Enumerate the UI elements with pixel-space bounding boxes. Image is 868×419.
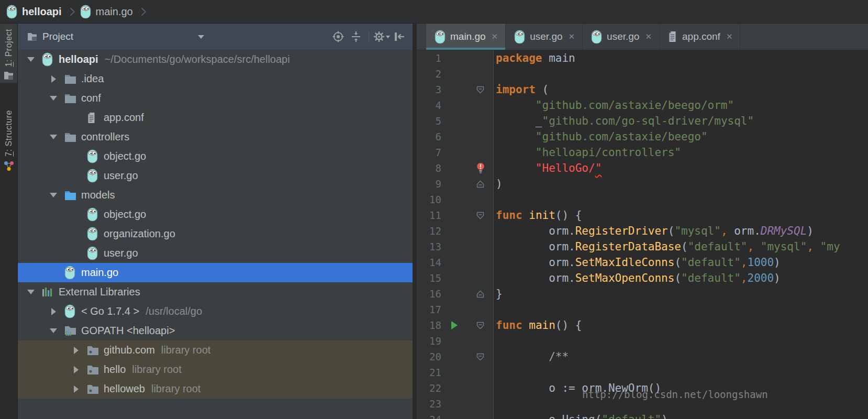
tree-row[interactable]: .idea bbox=[18, 69, 413, 89]
tree-row[interactable]: object.go bbox=[18, 147, 413, 166]
breadcrumb-item-main.go[interactable]: main.go bbox=[80, 5, 133, 19]
code-editor[interactable]: 1package main23import (4 "github.com/ast… bbox=[417, 50, 868, 419]
hide-panel-button[interactable] bbox=[392, 30, 407, 43]
gutter: 24 bbox=[417, 412, 494, 419]
gutter-slot bbox=[441, 302, 468, 317]
lib-folder-icon bbox=[87, 345, 99, 355]
fold-marker[interactable] bbox=[468, 349, 493, 365]
chevron-down-icon[interactable] bbox=[198, 35, 204, 39]
code-line: 24 o.Using("default") bbox=[417, 412, 868, 419]
gopher-icon bbox=[64, 266, 75, 280]
tree-row[interactable]: External Libraries bbox=[18, 282, 413, 302]
folder-blue-icon bbox=[64, 190, 76, 200]
line-number: 19 bbox=[417, 333, 441, 349]
tree-row[interactable]: helloweblibrary root bbox=[18, 379, 413, 399]
collapse-all-button[interactable] bbox=[349, 30, 363, 43]
gutter-slot bbox=[441, 349, 468, 365]
tool-window-button-structure[interactable]: 7: Structure bbox=[0, 105, 17, 175]
tree-row[interactable]: helloapi~/Documents/go/workspace/src/hel… bbox=[18, 50, 413, 69]
tree-row[interactable]: < Go 1.7.4 >/usr/local/go bbox=[18, 302, 413, 321]
close-icon[interactable]: ✕ bbox=[645, 32, 652, 41]
code-line: 15 orm.SetMaxOpenConns("default",2000) bbox=[417, 270, 868, 286]
gutter: 7 bbox=[417, 145, 494, 160]
fold-marker[interactable] bbox=[468, 286, 493, 302]
folder-icon bbox=[64, 132, 76, 142]
tree-item-label: conf bbox=[81, 92, 101, 104]
tool-window-button-project[interactable]: 1: Project bbox=[0, 24, 17, 83]
locate-button[interactable] bbox=[331, 30, 346, 43]
collapse-arrow-icon[interactable] bbox=[42, 96, 64, 101]
fold-marker[interactable] bbox=[468, 82, 493, 97]
line-number: 11 bbox=[417, 207, 441, 223]
tree-item-label: github.com bbox=[104, 344, 155, 356]
tab-label: user.go bbox=[607, 31, 639, 42]
tree-row[interactable]: models bbox=[18, 185, 413, 205]
editor-tab-user.go[interactable]: user.go✕ bbox=[583, 24, 660, 50]
tree-row[interactable]: hellolibrary root bbox=[18, 360, 413, 379]
tree-item-label: < Go 1.7.4 > bbox=[81, 305, 139, 317]
fold-marker[interactable] bbox=[468, 176, 493, 192]
code-line: 6 "github.com/astaxie/beego" bbox=[417, 129, 868, 145]
expand-arrow-icon[interactable] bbox=[65, 347, 87, 354]
breadcrumb-item-helloapi[interactable]: helloapi bbox=[6, 5, 62, 19]
breadcrumb-label: main.go bbox=[96, 6, 133, 18]
tree-row[interactable]: object.go bbox=[18, 205, 413, 224]
tree-row[interactable]: github.comlibrary root bbox=[18, 340, 413, 360]
go-file-icon bbox=[435, 30, 446, 44]
code-text: import ( bbox=[494, 82, 868, 97]
collapse-arrow-icon[interactable] bbox=[42, 328, 64, 333]
fold-slot bbox=[468, 113, 493, 129]
tree-item-suffix: /usr/local/go bbox=[146, 305, 202, 317]
gutter-slot bbox=[441, 365, 468, 380]
tree-item-label: External Libraries bbox=[59, 286, 140, 298]
fold-marker[interactable] bbox=[468, 317, 493, 333]
tree-item-label: helloweb bbox=[104, 383, 145, 395]
close-icon[interactable]: ✕ bbox=[492, 32, 498, 41]
settings-button[interactable] bbox=[374, 30, 389, 43]
code-text: "HelloGo/" bbox=[494, 160, 868, 176]
tree-row[interactable]: main.go bbox=[18, 263, 413, 282]
close-icon[interactable]: ✕ bbox=[726, 32, 733, 41]
fold-slot bbox=[468, 192, 493, 207]
gutter: 20 bbox=[417, 349, 494, 365]
go-file-icon bbox=[591, 30, 602, 44]
tree-row[interactable]: user.go bbox=[18, 244, 413, 263]
line-number: 10 bbox=[417, 192, 441, 207]
tree-row[interactable]: app.conf bbox=[18, 108, 413, 127]
fold-marker[interactable] bbox=[468, 207, 493, 223]
expand-arrow-icon[interactable] bbox=[42, 75, 64, 83]
tree-row[interactable]: conf bbox=[18, 89, 413, 108]
collapse-arrow-icon[interactable] bbox=[20, 290, 42, 294]
tree-row[interactable]: organization.go bbox=[18, 224, 413, 244]
intention-bulb[interactable] bbox=[468, 160, 493, 176]
tree-item-suffix: library root bbox=[151, 383, 201, 395]
close-icon[interactable]: ✕ bbox=[569, 32, 575, 41]
tree-item-label: hello bbox=[104, 363, 126, 376]
fold-slot bbox=[468, 255, 493, 270]
editor-tab-main.go[interactable]: main.go✕ bbox=[426, 24, 506, 50]
gutter: 5 bbox=[417, 113, 494, 129]
gutter-slot bbox=[441, 207, 468, 223]
editor-tab-user.go[interactable]: user.go✕ bbox=[506, 24, 583, 50]
gutter-slot bbox=[441, 66, 468, 82]
editor-tab-app.conf[interactable]: app.conf✕ bbox=[660, 24, 740, 50]
run-button[interactable] bbox=[441, 317, 468, 333]
tree-row[interactable]: GOPATH <helloapi> bbox=[18, 321, 413, 340]
lib-folder-icon bbox=[87, 365, 99, 374]
tree-row[interactable]: controllers bbox=[18, 127, 413, 147]
tab-label: user.go bbox=[530, 31, 562, 42]
fold-slot bbox=[468, 145, 493, 160]
tree-row[interactable]: user.go bbox=[18, 166, 413, 185]
collapse-arrow-icon[interactable] bbox=[42, 193, 64, 197]
line-number: 4 bbox=[417, 97, 441, 113]
expand-arrow-icon[interactable] bbox=[65, 366, 87, 373]
project-panel: Project helloapi~/Documents/go/workspace… bbox=[18, 24, 417, 419]
structure-tool-icon bbox=[3, 160, 15, 172]
expand-arrow-icon[interactable] bbox=[42, 308, 64, 315]
collapse-arrow-icon[interactable] bbox=[20, 57, 42, 62]
code-line: 3import ( bbox=[417, 82, 868, 97]
project-tree[interactable]: helloapi~/Documents/go/workspace/src/hel… bbox=[18, 50, 413, 419]
expand-arrow-icon[interactable] bbox=[65, 385, 87, 393]
collapse-arrow-icon[interactable] bbox=[42, 135, 64, 139]
fold-slot bbox=[468, 129, 493, 145]
